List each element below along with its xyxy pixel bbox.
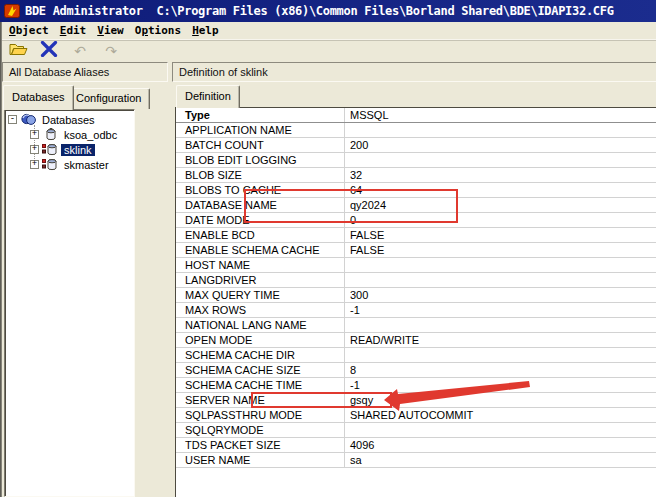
property-value[interactable] bbox=[345, 348, 656, 362]
tree-item-sklink[interactable]: +sklink bbox=[5, 142, 134, 157]
property-value[interactable]: sa bbox=[345, 453, 656, 467]
titlebar: BDE Administrator C:\Program Files (x86)… bbox=[0, 0, 656, 22]
property-value[interactable]: 32 bbox=[345, 168, 656, 182]
grid-row-max-rows[interactable]: MAX ROWS-1 bbox=[176, 303, 656, 318]
menu-object[interactable]: Object bbox=[5, 23, 56, 39]
bde-app-icon bbox=[4, 4, 20, 18]
tab-definition[interactable]: Definition bbox=[176, 85, 240, 108]
tree-label-ksoa_odbc[interactable]: ksoa_odbc bbox=[61, 129, 120, 141]
property-value[interactable]: READ/WRITE bbox=[345, 333, 656, 347]
property-value[interactable] bbox=[345, 123, 656, 137]
property-value[interactable] bbox=[345, 153, 656, 167]
property-value[interactable]: FALSE bbox=[345, 228, 656, 242]
redo-button[interactable]: ↷ bbox=[100, 42, 122, 60]
property-name: ENABLE SCHEMA CACHE bbox=[176, 243, 345, 257]
definition-grid[interactable]: TypeMSSQLAPPLICATION NAMEBATCH COUNT200B… bbox=[175, 107, 656, 497]
database-icon bbox=[42, 128, 59, 141]
property-name: BLOBS TO CACHE bbox=[176, 183, 345, 197]
tab-databases[interactable]: Databases bbox=[3, 85, 74, 110]
grid-row-schema-cache-dir[interactable]: SCHEMA CACHE DIR bbox=[176, 348, 656, 363]
blue-x-icon bbox=[40, 41, 58, 61]
grid-row-user-name[interactable]: USER NAMEsa bbox=[176, 453, 656, 468]
grid-row-sqlpassthru-mode[interactable]: SQLPASSTHRU MODESHARED AUTOCOMMIT bbox=[176, 408, 656, 423]
property-value[interactable] bbox=[345, 318, 656, 332]
property-value[interactable]: 300 bbox=[345, 288, 656, 302]
window-title: BDE Administrator C:\Program Files (x86)… bbox=[25, 4, 614, 18]
property-name: SCHEMA CACHE DIR bbox=[176, 348, 345, 362]
grid-row-host-name[interactable]: HOST NAME bbox=[176, 258, 656, 273]
property-value[interactable]: 4096 bbox=[345, 438, 656, 452]
grid-row-max-query-time[interactable]: MAX QUERY TIME300 bbox=[176, 288, 656, 303]
undo-arrow-icon: ↶ bbox=[74, 44, 86, 58]
grid-row-blob-edit-logging[interactable]: BLOB EDIT LOGGING bbox=[176, 153, 656, 168]
cancel-edits-button[interactable] bbox=[38, 42, 60, 60]
grid-row-open-mode[interactable]: OPEN MODEREAD/WRITE bbox=[176, 333, 656, 348]
grid-row-server-name[interactable]: SERVER NAMEgsqy bbox=[176, 393, 656, 408]
property-name: DATE MODE bbox=[176, 213, 345, 227]
property-value[interactable]: 0 bbox=[345, 213, 656, 227]
menubar: ObjectEditViewOptionsHelp bbox=[2, 22, 656, 40]
sql-database-icon bbox=[42, 143, 59, 156]
menu-help[interactable]: Help bbox=[188, 23, 226, 39]
property-name: Type bbox=[176, 108, 345, 122]
property-value[interactable] bbox=[345, 423, 656, 437]
property-value[interactable]: SHARED AUTOCOMMIT bbox=[345, 408, 656, 422]
databases-tree[interactable]: -Databases+ksoa_odbc+sklink+skmaster bbox=[4, 109, 135, 497]
property-name: LANGDRIVER bbox=[176, 273, 345, 287]
expand-box-icon[interactable]: + bbox=[30, 130, 39, 139]
property-value[interactable] bbox=[345, 258, 656, 272]
menu-view[interactable]: View bbox=[93, 23, 131, 39]
aliases-panel-header: All Database Aliases bbox=[2, 62, 168, 82]
property-name: TDS PACKET SIZE bbox=[176, 438, 345, 452]
grid-row-enable-schema-cache[interactable]: ENABLE SCHEMA CACHEFALSE bbox=[176, 243, 656, 258]
property-name: MAX QUERY TIME bbox=[176, 288, 345, 302]
property-name: ENABLE BCD bbox=[176, 228, 345, 242]
expand-box-icon[interactable]: + bbox=[30, 160, 39, 169]
undo-button[interactable]: ↶ bbox=[69, 42, 91, 60]
property-value[interactable]: MSSQL bbox=[345, 108, 656, 122]
tree-item-skmaster[interactable]: +skmaster bbox=[5, 157, 134, 172]
property-value[interactable]: 8 bbox=[345, 363, 656, 377]
property-name: USER NAME bbox=[176, 453, 345, 467]
definition-panel-header: Definition of sklink bbox=[172, 62, 656, 82]
tree-item-ksoa_odbc[interactable]: +ksoa_odbc bbox=[5, 127, 134, 142]
property-value[interactable]: 200 bbox=[345, 138, 656, 152]
grid-row-national-lang-name[interactable]: NATIONAL LANG NAME bbox=[176, 318, 656, 333]
window-left-border bbox=[0, 22, 2, 497]
grid-row-tds-packet-size[interactable]: TDS PACKET SIZE4096 bbox=[176, 438, 656, 453]
collapse-box-icon[interactable]: - bbox=[8, 115, 17, 124]
property-value[interactable]: 64 bbox=[345, 183, 656, 197]
tree-label-databases[interactable]: Databases bbox=[39, 114, 98, 126]
grid-row-database-name[interactable]: DATABASE NAMEqy2024 bbox=[176, 198, 656, 213]
grid-row-schema-cache-time[interactable]: SCHEMA CACHE TIME-1 bbox=[176, 378, 656, 393]
grid-row-date-mode[interactable]: DATE MODE0 bbox=[176, 213, 656, 228]
tab-configuration[interactable]: Configuration bbox=[67, 88, 150, 109]
expand-box-icon[interactable]: + bbox=[30, 145, 39, 154]
property-name: DATABASE NAME bbox=[176, 198, 345, 212]
property-value[interactable]: FALSE bbox=[345, 243, 656, 257]
property-value[interactable]: -1 bbox=[345, 303, 656, 317]
menu-edit[interactable]: Edit bbox=[56, 23, 94, 39]
open-configuration-button[interactable] bbox=[7, 42, 29, 60]
property-name: SCHEMA CACHE TIME bbox=[176, 378, 345, 392]
grid-row-langdriver[interactable]: LANGDRIVER bbox=[176, 273, 656, 288]
menu-options[interactable]: Options bbox=[131, 23, 188, 39]
property-value[interactable] bbox=[345, 273, 656, 287]
tree-item-databases[interactable]: -Databases bbox=[5, 112, 134, 127]
grid-row-schema-cache-size[interactable]: SCHEMA CACHE SIZE8 bbox=[176, 363, 656, 378]
property-name: BLOB EDIT LOGGING bbox=[176, 153, 345, 167]
property-value[interactable]: gsqy bbox=[345, 393, 656, 407]
tree-label-sklink[interactable]: sklink bbox=[61, 144, 95, 156]
property-name: NATIONAL LANG NAME bbox=[176, 318, 345, 332]
grid-row-enable-bcd[interactable]: ENABLE BCDFALSE bbox=[176, 228, 656, 243]
tree-label-skmaster[interactable]: skmaster bbox=[61, 159, 112, 171]
grid-row-batch-count[interactable]: BATCH COUNT200 bbox=[176, 138, 656, 153]
grid-row-application-name[interactable]: APPLICATION NAME bbox=[176, 123, 656, 138]
property-value[interactable]: qy2024 bbox=[345, 198, 656, 212]
grid-row-type[interactable]: TypeMSSQL bbox=[176, 108, 656, 123]
grid-row-sqlqrymode[interactable]: SQLQRYMODE bbox=[176, 423, 656, 438]
grid-row-blobs-to-cache[interactable]: BLOBS TO CACHE64 bbox=[176, 183, 656, 198]
property-value[interactable]: -1 bbox=[345, 378, 656, 392]
grid-row-blob-size[interactable]: BLOB SIZE32 bbox=[176, 168, 656, 183]
folder-open-icon bbox=[9, 42, 28, 60]
